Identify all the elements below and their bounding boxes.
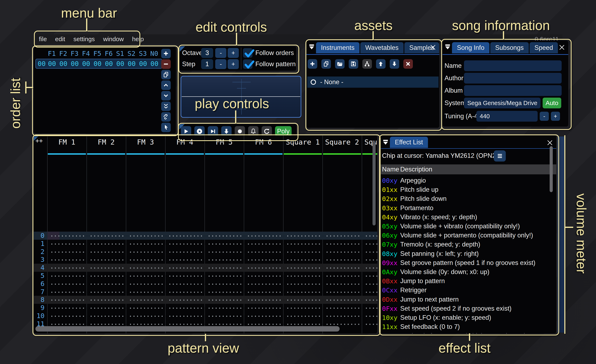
pattern-row[interactable]: 4	[34, 264, 377, 272]
order-cell[interactable]: 00	[94, 60, 105, 68]
pattern-cell[interactable]	[207, 315, 241, 317]
pattern-row[interactable]: 8	[34, 296, 377, 304]
tab-subsongs[interactable]: Subsongs	[490, 42, 529, 53]
octave-plus-button[interactable]: +	[228, 48, 239, 58]
order-cell[interactable]: 00	[48, 60, 60, 68]
pattern-cell[interactable]	[89, 283, 123, 285]
step-plus-button[interactable]: +	[228, 59, 239, 69]
delete-asset-button[interactable]	[403, 59, 413, 69]
effect-row[interactable]: 08xySet panning (x: left; y: right)	[380, 249, 556, 258]
pattern-cell[interactable]	[168, 259, 202, 261]
pattern-cell[interactable]	[207, 267, 241, 269]
pattern-row[interactable]: 0	[34, 232, 377, 240]
menu-window[interactable]: window	[103, 36, 124, 43]
pattern-cell[interactable]	[286, 243, 320, 245]
menu-edit[interactable]: edit	[55, 36, 65, 43]
effect-row[interactable]: 00xyArpeggio	[380, 176, 556, 185]
effect-list-scrollbar[interactable]	[550, 146, 553, 192]
pattern-cell[interactable]	[168, 299, 202, 301]
step-value[interactable]: 1	[201, 59, 213, 69]
pattern-cell[interactable]	[286, 291, 320, 293]
pattern-cell[interactable]	[286, 307, 320, 309]
pattern-cell[interactable]	[129, 259, 163, 261]
metronome-button[interactable]	[248, 126, 259, 137]
effect-row[interactable]: 10xySetup LFO (x: enable; y: speed)	[380, 313, 556, 322]
order-cell[interactable]: 00	[116, 60, 128, 68]
toggle-folders-button[interactable]	[362, 59, 372, 69]
pattern-cell[interactable]	[247, 315, 281, 317]
poly-button[interactable]: Poly	[275, 126, 291, 137]
pattern-cell[interactable]	[365, 283, 377, 285]
auto-system-button[interactable]: Auto	[543, 98, 561, 108]
pattern-cell[interactable]	[89, 275, 123, 277]
window-collapse-icon[interactable]	[382, 139, 389, 146]
pattern-cell[interactable]	[207, 251, 241, 253]
channel-header-fm-4[interactable]: FM 4	[165, 138, 204, 146]
octave-value[interactable]: 3	[201, 48, 213, 58]
pattern-cell[interactable]	[168, 283, 202, 285]
pattern-row[interactable]: 7	[34, 288, 377, 296]
order-cell[interactable]: 00	[60, 60, 71, 68]
channel-header-square-1[interactable]: Square 1	[283, 138, 322, 146]
effect-row[interactable]: 01xxPitch slide up	[380, 185, 556, 194]
pattern-cell[interactable]	[207, 291, 241, 293]
pattern-cell[interactable]	[325, 323, 359, 325]
pattern-cell[interactable]	[50, 275, 84, 277]
pattern-cell[interactable]	[168, 291, 202, 293]
pattern-cell[interactable]	[365, 267, 377, 269]
menu-help[interactable]: help	[132, 36, 144, 43]
channel-header-fm-5[interactable]: FM 5	[205, 138, 243, 146]
step-minus-button[interactable]: -	[215, 59, 226, 69]
pattern-cell[interactable]	[286, 259, 320, 261]
pattern-cell[interactable]	[168, 323, 202, 325]
pattern-cell[interactable]	[129, 283, 163, 285]
order-cell[interactable]: 00	[71, 60, 82, 68]
pattern-cell[interactable]	[89, 267, 123, 269]
pattern-cell[interactable]	[50, 291, 84, 293]
tab-effect-list[interactable]: Effect List	[390, 137, 428, 148]
pattern-cell[interactable]	[168, 307, 202, 309]
pattern-cell[interactable]	[50, 315, 84, 317]
pattern-cell[interactable]	[89, 259, 123, 261]
duplicate-asset-button[interactable]	[321, 59, 331, 69]
window-collapse-icon[interactable]	[308, 44, 315, 51]
pattern-row[interactable]: 6	[34, 280, 377, 288]
pattern-cell[interactable]	[207, 235, 241, 237]
pattern-cell[interactable]	[129, 251, 163, 253]
tuning-minus-button[interactable]: -	[540, 112, 549, 121]
tuning-plus-button[interactable]: +	[551, 112, 560, 121]
tab-instruments[interactable]: Instruments	[316, 42, 359, 53]
order-edit-mode-button[interactable]	[161, 123, 171, 132]
pattern-cell[interactable]	[247, 275, 281, 277]
pattern-cell[interactable]	[129, 267, 163, 269]
pattern-cell[interactable]	[325, 235, 359, 237]
pattern-horizontal-scrollbar[interactable]	[35, 326, 340, 332]
pattern-cell[interactable]	[89, 291, 123, 293]
order-up-button[interactable]	[161, 80, 171, 90]
pattern-cell[interactable]	[325, 299, 359, 301]
pattern-cell[interactable]	[247, 283, 281, 285]
pattern-cell[interactable]	[207, 259, 241, 261]
pattern-cell[interactable]	[50, 323, 84, 325]
channel-header-fm-1[interactable]: FM 1	[48, 138, 86, 146]
pattern-cell[interactable]	[89, 315, 123, 317]
effect-row[interactable]: 0FxxSet speed (speed 2 if no grooves exi…	[380, 304, 556, 313]
effect-row[interactable]: 03xxPortamento	[380, 204, 556, 213]
pattern-cell[interactable]	[129, 235, 163, 237]
order-down-button[interactable]	[161, 91, 171, 101]
pattern-cell[interactable]	[129, 323, 163, 325]
step-down-button[interactable]	[221, 126, 231, 137]
order-row[interactable]: 00 00000000000000000000	[35, 59, 162, 69]
channel-header-square-2[interactable]: Square 2	[323, 138, 361, 146]
pattern-cell[interactable]	[129, 291, 163, 293]
octave-minus-button[interactable]: -	[215, 48, 226, 58]
order-cell[interactable]: 00	[128, 60, 139, 68]
pattern-cell[interactable]	[247, 299, 281, 301]
pattern-cell[interactable]	[365, 299, 377, 301]
pattern-cell[interactable]	[168, 235, 202, 237]
record-button[interactable]	[235, 126, 245, 137]
effect-row[interactable]: 0CxxRetrigger	[380, 286, 556, 295]
play-button[interactable]	[181, 126, 191, 137]
play-from-start-button[interactable]	[194, 126, 205, 137]
effect-row[interactable]: 05xyVolume slide + vibrato (compatibilit…	[380, 222, 556, 231]
